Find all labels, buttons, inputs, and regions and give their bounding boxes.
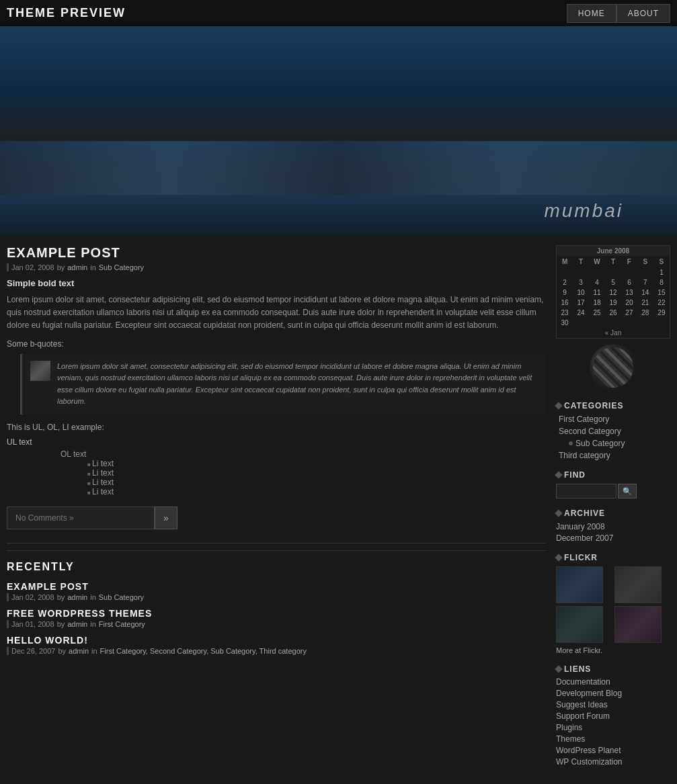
lien-wp-planet-link[interactable]: WordPress Planet	[556, 746, 621, 755]
search-input[interactable]	[556, 484, 616, 498]
cat-sub: Sub Category	[556, 439, 670, 448]
flickr-grid	[556, 566, 670, 643]
nav-about[interactable]: ABOUT	[616, 4, 670, 23]
lien-themes: Themes	[556, 734, 670, 744]
lien-documentation: Documentation	[556, 677, 670, 687]
meta-bar-3	[7, 647, 9, 655]
lien-suggest-ideas-link[interactable]: Suggest Ideas	[556, 700, 608, 709]
flickr-thumb-4[interactable]	[614, 606, 662, 643]
li-item-3: Li text	[87, 478, 546, 487]
rp3-categories[interactable]: First Category, Second Category, Sub Cat…	[100, 647, 307, 655]
lien-plugins-link[interactable]: Plugins	[556, 723, 582, 732]
flickr-thumb-3[interactable]	[556, 606, 603, 643]
lien-wp-custom-link[interactable]: WP Customization	[556, 757, 622, 767]
calendar-widget: June 2008 M T W T F S S 1 2345678	[556, 245, 670, 391]
archive-jan-link[interactable]: January 2008	[556, 522, 605, 531]
rp2-date: Jan 01, 2008	[11, 620, 54, 628]
meta-bar-1	[7, 593, 9, 601]
recent-post-1: EXAMPLE POST Jan 02, 2008 by admin in Su…	[7, 581, 546, 601]
banner-cityscape	[0, 141, 677, 195]
liens-list: Documentation Development Blog Suggest I…	[556, 677, 670, 767]
lien-themes-link[interactable]: Themes	[556, 734, 585, 744]
rp3-date: Dec 26, 2007	[11, 647, 55, 655]
post-date: Jan 02, 2008	[11, 263, 54, 271]
flickr-more: More at Flickr.	[556, 646, 670, 654]
section-divider	[7, 543, 546, 543]
calendar-table: June 2008 M T W T F S S 1 2345678	[556, 245, 670, 339]
recent-post-3: HELLO WORLD! Dec 26, 2007 by admin in Fi…	[7, 635, 546, 655]
cal-th-t1: T	[573, 256, 589, 267]
blockquote-text: Lorem ipsum dolor sit amet, consectetur …	[57, 361, 538, 408]
post-by: by	[57, 263, 65, 271]
header: THEME PREVIEW HOME ABOUT	[0, 0, 677, 27]
lien-suggest-ideas: Suggest Ideas	[556, 700, 670, 709]
calendar-month: June 2008	[557, 246, 670, 257]
recent-post-title-2[interactable]: FREE WORDPRESS THEMES	[7, 608, 546, 619]
archive-dec: December 2007	[556, 533, 670, 543]
post-title: EXAMPLE POST	[7, 245, 546, 261]
li-item-1: Li text	[87, 459, 546, 468]
lien-support-forum-link[interactable]: Support Forum	[556, 711, 610, 721]
archive-jan: January 2008	[556, 522, 670, 531]
cat-second: Second Category	[556, 427, 670, 436]
categories-title-bar	[555, 402, 562, 409]
recent-post-title-3[interactable]: HELLO WORLD!	[7, 635, 546, 646]
rp1-category[interactable]: Sub Category	[99, 593, 144, 601]
cat-first: First Category	[556, 415, 670, 424]
comment-submit[interactable]: »	[155, 507, 177, 529]
search-button[interactable]: 🔍	[618, 484, 637, 498]
find-title-bar	[555, 471, 562, 478]
ul-label: UL text	[7, 437, 546, 447]
post-bold-text: Simple bold text	[7, 278, 546, 288]
flickr-title-bar	[555, 554, 562, 561]
nav-home[interactable]: HOME	[567, 4, 616, 23]
flickr-title: FLICKR	[556, 553, 670, 562]
recent-post-meta-1: Jan 02, 2008 by admin in Sub Category	[7, 593, 546, 601]
main-nav: HOME ABOUT	[567, 4, 670, 23]
archive-dec-link[interactable]: December 2007	[556, 533, 613, 543]
rp1-author[interactable]: admin	[67, 593, 87, 601]
lien-documentation-link[interactable]: Documentation	[556, 677, 610, 687]
main-content: EXAMPLE POST Jan 02, 2008 by admin in Su…	[7, 245, 546, 777]
rp2-author[interactable]: admin	[67, 620, 87, 628]
comment-input[interactable]	[7, 507, 155, 529]
blockquote-intro: Some b-quotes:	[7, 339, 546, 349]
flickr-thumb-1[interactable]	[556, 566, 603, 603]
rp1-date: Jan 02, 2008	[11, 593, 54, 601]
sidebar: June 2008 M T W T F S S 1 2345678	[556, 245, 670, 777]
banner-city-name: mumbai	[544, 200, 623, 222]
lien-wp-custom: WP Customization	[556, 757, 670, 767]
categories-title: CATEGORIES	[556, 401, 670, 410]
cal-th-f: F	[621, 256, 637, 267]
cal-th-t2: T	[605, 256, 621, 267]
rp2-category[interactable]: First Category	[99, 620, 145, 628]
recent-post-meta-2: Jan 01, 2008 by admin in First Category	[7, 620, 546, 628]
cal-day-1[interactable]: 1	[660, 269, 664, 276]
recently-title: RECENTLY	[7, 561, 546, 573]
cat-second-link[interactable]: Second Category	[559, 427, 621, 436]
rp3-author[interactable]: admin	[69, 647, 89, 655]
li-item-2: Li text	[87, 468, 546, 478]
cat-third-link[interactable]: Third category	[559, 451, 610, 460]
post-meta: Jan 02, 2008 by admin in Sub Category	[7, 263, 546, 271]
categories-widget: CATEGORIES First Category Second Categor…	[556, 401, 670, 460]
liens-title-bar	[555, 665, 562, 672]
calendar-prev[interactable]: « Jan	[557, 328, 670, 339]
recent-post-title-1[interactable]: EXAMPLE POST	[7, 581, 546, 592]
cat-first-link[interactable]: First Category	[559, 415, 609, 424]
flickr-more-link[interactable]: More at Flickr.	[556, 646, 602, 654]
list-section: UL text OL text Li text Li text Li text …	[7, 437, 546, 496]
post-paragraph: Lorem ipsum dolor sit amet, consectetur …	[7, 294, 546, 333]
comment-form: »	[7, 507, 546, 529]
flickr-thumb-2[interactable]	[614, 566, 662, 603]
archive-title: ARCHIVE	[556, 509, 670, 518]
post-author[interactable]: admin	[67, 263, 87, 271]
cat-sub-link[interactable]: Sub Category	[575, 439, 625, 448]
lien-plugins: Plugins	[556, 723, 670, 732]
recent-post-meta-3: Dec 26, 2007 by admin in First Category,…	[7, 647, 546, 655]
liens-title: LIENS	[556, 664, 670, 674]
post-category[interactable]: Sub Category	[99, 263, 144, 271]
lien-dev-blog-link[interactable]: Development Blog	[556, 689, 622, 698]
lien-dev-blog: Development Blog	[556, 689, 670, 698]
blockquote: Lorem ipsum dolor sit amet, consectetur …	[20, 354, 546, 415]
